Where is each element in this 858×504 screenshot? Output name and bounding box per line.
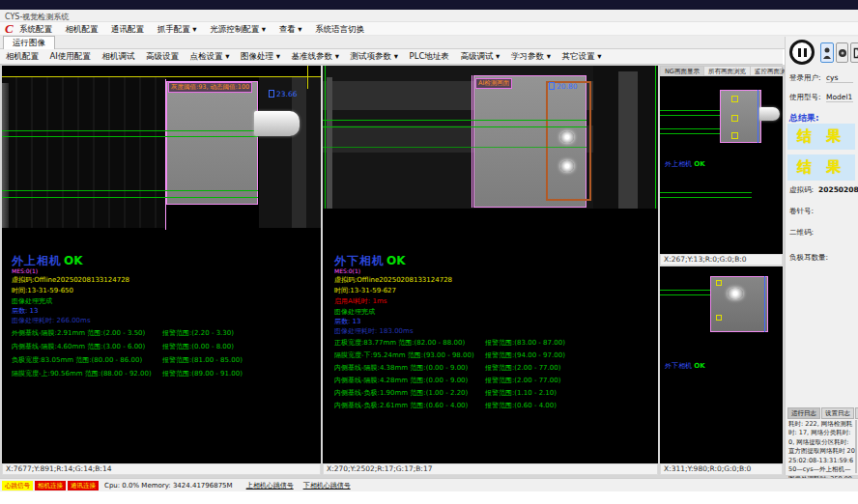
measure-row: 内侧基线-隔膜:4.28mm 范围:(0.00 - 9.00) 报警范围:(2.…: [334, 376, 639, 385]
exit-button[interactable]: [850, 42, 858, 63]
qr-label: 二维码:: [789, 228, 814, 238]
tool-camera-debug[interactable]: 相机调试: [101, 49, 134, 64]
small-view-lower[interactable]: 外下相机 OK X:311;Y:980;R:0;G:0;B:0: [660, 266, 783, 475]
result-indicator-upper: 结 果: [787, 124, 855, 150]
menu-view[interactable]: 查看 ▾: [279, 22, 302, 36]
measure-line-green: [323, 120, 586, 121]
camera-view-upper[interactable]: 灰度阈值:93, 动态阈值:100 23.66 外上相机OK MES:0(1) …: [2, 66, 321, 475]
detect-marker: [731, 115, 738, 122]
mes-line: MES:0(1): [334, 267, 360, 274]
measure-text: 外侧基线-隔膜:2.91mm 范围:(2.00 - 3.50): [12, 329, 145, 337]
measure-row: 内侧基线-隔膜:4.60mm 范围:(3.00 - 6.00) 报警范围:(0.…: [12, 342, 316, 351]
logout-icon: [852, 46, 858, 60]
tab-ng-display[interactable]: NG画面显示: [661, 67, 704, 76]
reflection-spot: [560, 131, 574, 143]
vcode-value: 20250208: [818, 185, 858, 194]
pause-icon: [804, 48, 807, 57]
tool-learning-params[interactable]: 学习参数 ▾: [511, 49, 551, 64]
measure-row: 正极宽度:83.77mm 范围:(82.00 - 88.00) 报警范围:(83…: [334, 338, 639, 348]
login-user-value[interactable]: cys: [826, 73, 853, 83]
tool-camera-config[interactable]: 相机配置: [6, 49, 39, 64]
tool-advanced-settings[interactable]: 高级设置: [146, 49, 179, 64]
pixel-coords-bar: X:267;Y:13;R:0;G:0;B:0: [660, 254, 783, 266]
threshold-overlay-label: 灰度阈值:93, 动态阈值:100: [168, 82, 252, 93]
proc-time-line: 图像处理耗时: 183.00ms: [334, 326, 414, 336]
menu-language-switch[interactable]: 系统语言切换: [315, 22, 364, 36]
login-user-label: 登录用户:: [789, 73, 821, 83]
barcode-line: 虚拟码:Offline20250208133124728: [334, 275, 452, 285]
menu-camera-config[interactable]: 相机配置: [66, 22, 99, 36]
menu-light-config[interactable]: 光源控制配置 ▾: [210, 22, 266, 36]
measure-row: 隔膜宽度-下:95.24mm 范围:(93.00 - 98.00) 报警范围:(…: [334, 350, 639, 360]
detect-marker: [731, 96, 738, 102]
camera-name: 外上相机: [12, 254, 62, 267]
measure-line-green: [2, 197, 258, 198]
measure-text: 内侧基线-隔膜:4.38mm 范围:(0.00 - 9.00): [334, 364, 468, 372]
camera-name: 外下相机: [665, 362, 692, 370]
small-view-upper[interactable]: 外上相机 OK X:267;Y:13;R:0;G:0;B:0: [660, 76, 783, 266]
title-bar: CYS-视觉检测系统: [0, 10, 858, 22]
camera-name: 外上相机: [665, 160, 692, 168]
measure-value-label: 20.80: [549, 82, 577, 91]
tool-spot-check[interactable]: 点检设置 ▾: [190, 49, 230, 64]
ai-overlay-label: AI检测画面: [475, 78, 512, 89]
edge-line-magenta: [472, 75, 472, 208]
layers-line: 层数: 13: [12, 306, 39, 316]
done-line: 图像处理完成: [12, 296, 52, 306]
status-ok: OK: [386, 254, 406, 267]
upper-camera-heartbeat[interactable]: 上相机心跳信号: [246, 481, 294, 490]
tab-run-log[interactable]: 运行日志: [787, 407, 820, 419]
done-line: 图像处理完成: [334, 307, 375, 317]
layers-line: 层数: 13: [334, 317, 361, 326]
measure-row: 内侧基线-负极:1.90mm 范围:(1.00 - 2.20) 报警范围:(1.…: [334, 388, 639, 398]
user-login-button[interactable]: [820, 42, 834, 63]
measure-line-green: [660, 197, 752, 198]
tool-advanced-debug[interactable]: 高级调试 ▾: [460, 49, 500, 64]
tab-row: 运行图像: [0, 36, 858, 49]
heartbeat-status-badge: 心跳信号: [2, 481, 33, 490]
tool-test-params[interactable]: 测试项参数 ▾: [351, 49, 398, 64]
measure-value-label: 23.66: [269, 90, 297, 98]
nozzle-object: [759, 107, 780, 121]
toolbar: 相机配置 AI使用配置 相机调试 高级设置 点检设置 ▾ 图像处理 ▾ 基准线参…: [0, 49, 783, 65]
user-icon: [822, 46, 832, 60]
measure-line-green: [323, 126, 586, 127]
menu-comm-config[interactable]: 通讯配置: [111, 22, 144, 36]
lower-camera-heartbeat[interactable]: 下相机心跳信号: [303, 481, 351, 490]
tab-run-screen[interactable]: 运行图像: [3, 36, 55, 49]
tool-ai-use-config[interactable]: AI使用配置: [50, 49, 91, 64]
guide-line-yellow: [2, 76, 321, 77]
tool-baseline-params[interactable]: 基准线参数 ▾: [292, 49, 339, 64]
model-value[interactable]: Model1: [826, 93, 853, 102]
log-scrollbar[interactable]: [855, 420, 857, 473]
ai-time-line: 启用AI耗时: 1ms: [334, 296, 386, 306]
menu-gripper-config[interactable]: 抓手配置 ▾: [157, 22, 197, 36]
tab-all-views[interactable]: 所有画面浏览: [704, 67, 751, 76]
measure-row: 外侧基线-隔膜:2.91mm 范围:(2.00 - 3.50) 报警范围:(2.…: [12, 328, 316, 338]
status-ok: OK: [64, 254, 83, 267]
detect-marker: [716, 315, 722, 321]
machine-texture: [259, 77, 321, 228]
edge-line-blue: [758, 90, 758, 143]
tool-plc-address[interactable]: PLC地址表: [410, 49, 449, 64]
status-ok: OK: [694, 160, 704, 168]
app-logo-icon: C: [5, 22, 14, 36]
edge-line-green: [325, 66, 326, 209]
monitor-button[interactable]: [836, 42, 848, 63]
camera-view-lower[interactable]: AI检测画面 20.80 外下相机OK MES:0(1) 虚拟码:Offline…: [323, 66, 658, 475]
tab-settings-log[interactable]: 设置日志: [821, 407, 854, 419]
reflection-spot: [728, 288, 743, 299]
measure-text: 隔膜宽度-上:90.56mm 范围:(88.00 - 92.00): [12, 370, 152, 378]
alarm-range: 报警范围:(0.00 - 8.00): [162, 342, 234, 351]
pause-button[interactable]: [789, 40, 815, 65]
measure-value: 20.80: [557, 82, 577, 91]
tool-other-settings[interactable]: 其它设置 ▾: [561, 49, 601, 64]
small-view-caption: 外下相机 OK: [665, 361, 705, 371]
comm-connection-badge: 通讯连接: [68, 481, 99, 490]
model-label: 使用型号:: [789, 93, 821, 102]
menu-system-config[interactable]: 系统配置: [19, 22, 52, 36]
time-line: 时间:13-31-59-650: [12, 286, 73, 295]
needle-label: 卷针号:: [789, 207, 814, 216]
tool-image-processing[interactable]: 图像处理 ▾: [241, 49, 280, 64]
pixel-coords-bar: X:270;Y:2502;R:17;G:17;B:17: [323, 463, 658, 475]
